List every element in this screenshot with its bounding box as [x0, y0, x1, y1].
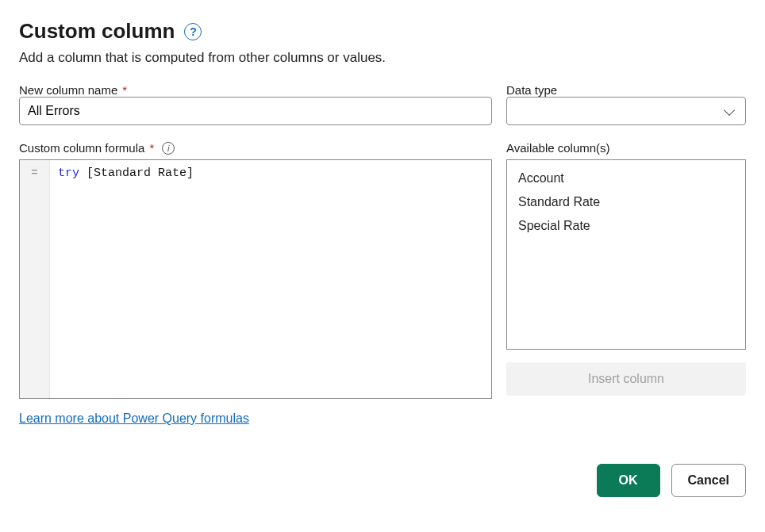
help-icon[interactable]: ? — [184, 23, 202, 40]
formula-gutter: = — [20, 160, 50, 398]
dialog-title: Custom column — [19, 19, 175, 44]
available-column-item[interactable]: Special Rate — [507, 214, 745, 238]
info-icon[interactable]: i — [162, 142, 175, 155]
formula-keyword: try — [58, 166, 79, 180]
available-columns-list[interactable]: Account Standard Rate Special Rate — [506, 159, 746, 350]
learn-more-link[interactable]: Learn more about Power Query formulas — [19, 411, 249, 426]
data-type-dropdown[interactable] — [506, 97, 746, 125]
ok-button[interactable]: OK — [597, 464, 660, 497]
insert-column-button: Insert column — [506, 362, 746, 396]
chevron-down-icon — [725, 105, 736, 117]
cancel-button[interactable]: Cancel — [671, 464, 746, 497]
available-columns-label: Available column(s) — [506, 141, 746, 155]
data-type-label: Data type — [506, 83, 746, 97]
new-column-name-label-text: New column name — [19, 83, 117, 97]
required-marker: * — [122, 83, 127, 97]
available-column-item[interactable]: Account — [507, 166, 745, 190]
formula-body: [Standard Rate] — [79, 166, 194, 180]
formula-editor[interactable]: = try [Standard Rate] — [19, 159, 492, 399]
formula-label: Custom column formula * i — [19, 141, 492, 155]
formula-code[interactable]: try [Standard Rate] — [50, 160, 491, 398]
required-marker: * — [149, 141, 154, 155]
formula-label-text: Custom column formula — [19, 141, 144, 155]
dialog-subtitle: Add a column that is computed from other… — [19, 50, 746, 66]
available-column-item[interactable]: Standard Rate — [507, 190, 745, 214]
new-column-name-label: New column name * — [19, 83, 492, 97]
new-column-name-input[interactable] — [19, 97, 492, 125]
